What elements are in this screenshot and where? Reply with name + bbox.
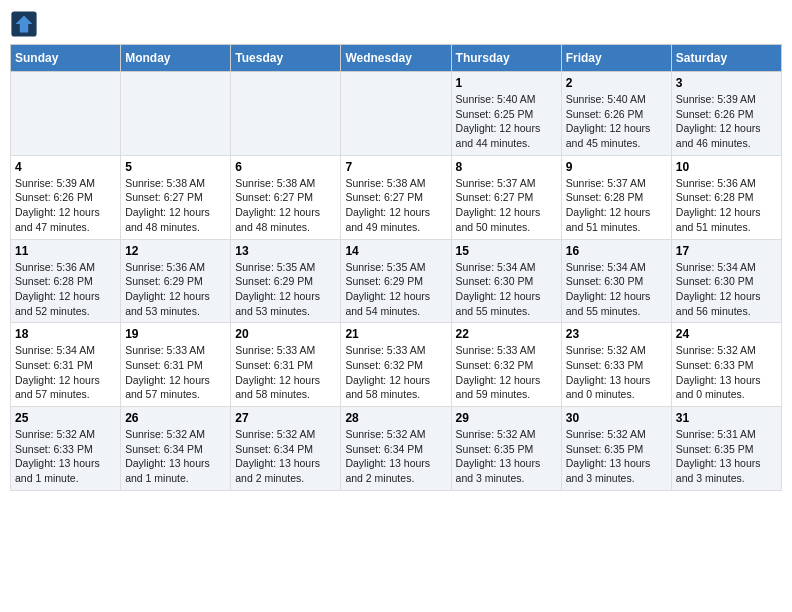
day-content: Sunrise: 5:34 AM Sunset: 6:30 PM Dayligh… [456, 260, 557, 319]
day-content: Sunrise: 5:32 AM Sunset: 6:35 PM Dayligh… [566, 427, 667, 486]
logo-icon [10, 10, 38, 38]
calendar-cell: 14Sunrise: 5:35 AM Sunset: 6:29 PM Dayli… [341, 239, 451, 323]
calendar-cell: 24Sunrise: 5:32 AM Sunset: 6:33 PM Dayli… [671, 323, 781, 407]
calendar-cell [231, 72, 341, 156]
day-content: Sunrise: 5:38 AM Sunset: 6:27 PM Dayligh… [345, 176, 446, 235]
day-content: Sunrise: 5:36 AM Sunset: 6:28 PM Dayligh… [676, 176, 777, 235]
day-number: 15 [456, 244, 557, 258]
calendar-cell [121, 72, 231, 156]
calendar-cell: 2Sunrise: 5:40 AM Sunset: 6:26 PM Daylig… [561, 72, 671, 156]
day-content: Sunrise: 5:38 AM Sunset: 6:27 PM Dayligh… [125, 176, 226, 235]
day-content: Sunrise: 5:37 AM Sunset: 6:28 PM Dayligh… [566, 176, 667, 235]
day-number: 8 [456, 160, 557, 174]
day-content: Sunrise: 5:34 AM Sunset: 6:30 PM Dayligh… [676, 260, 777, 319]
calendar-table: SundayMondayTuesdayWednesdayThursdayFrid… [10, 44, 782, 491]
day-header-thursday: Thursday [451, 45, 561, 72]
day-content: Sunrise: 5:36 AM Sunset: 6:29 PM Dayligh… [125, 260, 226, 319]
day-number: 24 [676, 327, 777, 341]
day-header-tuesday: Tuesday [231, 45, 341, 72]
day-content: Sunrise: 5:33 AM Sunset: 6:32 PM Dayligh… [456, 343, 557, 402]
day-number: 31 [676, 411, 777, 425]
day-number: 5 [125, 160, 226, 174]
day-content: Sunrise: 5:33 AM Sunset: 6:31 PM Dayligh… [125, 343, 226, 402]
day-number: 17 [676, 244, 777, 258]
calendar-cell: 31Sunrise: 5:31 AM Sunset: 6:35 PM Dayli… [671, 407, 781, 491]
logo [10, 10, 42, 38]
day-header-friday: Friday [561, 45, 671, 72]
calendar-cell: 25Sunrise: 5:32 AM Sunset: 6:33 PM Dayli… [11, 407, 121, 491]
calendar-cell [11, 72, 121, 156]
day-content: Sunrise: 5:37 AM Sunset: 6:27 PM Dayligh… [456, 176, 557, 235]
day-number: 10 [676, 160, 777, 174]
week-row-4: 18Sunrise: 5:34 AM Sunset: 6:31 PM Dayli… [11, 323, 782, 407]
calendar-cell: 28Sunrise: 5:32 AM Sunset: 6:34 PM Dayli… [341, 407, 451, 491]
day-number: 2 [566, 76, 667, 90]
day-content: Sunrise: 5:32 AM Sunset: 6:35 PM Dayligh… [456, 427, 557, 486]
day-number: 21 [345, 327, 446, 341]
day-number: 22 [456, 327, 557, 341]
calendar-cell: 29Sunrise: 5:32 AM Sunset: 6:35 PM Dayli… [451, 407, 561, 491]
calendar-cell: 13Sunrise: 5:35 AM Sunset: 6:29 PM Dayli… [231, 239, 341, 323]
day-content: Sunrise: 5:38 AM Sunset: 6:27 PM Dayligh… [235, 176, 336, 235]
calendar-cell: 5Sunrise: 5:38 AM Sunset: 6:27 PM Daylig… [121, 155, 231, 239]
calendar-cell: 21Sunrise: 5:33 AM Sunset: 6:32 PM Dayli… [341, 323, 451, 407]
day-number: 29 [456, 411, 557, 425]
day-number: 19 [125, 327, 226, 341]
day-number: 26 [125, 411, 226, 425]
day-content: Sunrise: 5:39 AM Sunset: 6:26 PM Dayligh… [676, 92, 777, 151]
day-content: Sunrise: 5:36 AM Sunset: 6:28 PM Dayligh… [15, 260, 116, 319]
calendar-cell: 7Sunrise: 5:38 AM Sunset: 6:27 PM Daylig… [341, 155, 451, 239]
calendar-cell: 16Sunrise: 5:34 AM Sunset: 6:30 PM Dayli… [561, 239, 671, 323]
day-number: 20 [235, 327, 336, 341]
calendar-cell: 8Sunrise: 5:37 AM Sunset: 6:27 PM Daylig… [451, 155, 561, 239]
day-content: Sunrise: 5:40 AM Sunset: 6:25 PM Dayligh… [456, 92, 557, 151]
calendar-cell: 12Sunrise: 5:36 AM Sunset: 6:29 PM Dayli… [121, 239, 231, 323]
day-content: Sunrise: 5:32 AM Sunset: 6:34 PM Dayligh… [125, 427, 226, 486]
day-header-monday: Monday [121, 45, 231, 72]
calendar-cell: 6Sunrise: 5:38 AM Sunset: 6:27 PM Daylig… [231, 155, 341, 239]
week-row-1: 1Sunrise: 5:40 AM Sunset: 6:25 PM Daylig… [11, 72, 782, 156]
calendar-cell [341, 72, 451, 156]
day-content: Sunrise: 5:34 AM Sunset: 6:31 PM Dayligh… [15, 343, 116, 402]
calendar-cell: 11Sunrise: 5:36 AM Sunset: 6:28 PM Dayli… [11, 239, 121, 323]
day-content: Sunrise: 5:32 AM Sunset: 6:34 PM Dayligh… [345, 427, 446, 486]
day-number: 9 [566, 160, 667, 174]
day-content: Sunrise: 5:31 AM Sunset: 6:35 PM Dayligh… [676, 427, 777, 486]
day-number: 12 [125, 244, 226, 258]
week-row-2: 4Sunrise: 5:39 AM Sunset: 6:26 PM Daylig… [11, 155, 782, 239]
calendar-cell: 20Sunrise: 5:33 AM Sunset: 6:31 PM Dayli… [231, 323, 341, 407]
day-number: 7 [345, 160, 446, 174]
calendar-cell: 22Sunrise: 5:33 AM Sunset: 6:32 PM Dayli… [451, 323, 561, 407]
day-number: 14 [345, 244, 446, 258]
day-content: Sunrise: 5:35 AM Sunset: 6:29 PM Dayligh… [235, 260, 336, 319]
day-header-saturday: Saturday [671, 45, 781, 72]
day-number: 4 [15, 160, 116, 174]
day-content: Sunrise: 5:39 AM Sunset: 6:26 PM Dayligh… [15, 176, 116, 235]
calendar-cell: 9Sunrise: 5:37 AM Sunset: 6:28 PM Daylig… [561, 155, 671, 239]
day-content: Sunrise: 5:32 AM Sunset: 6:34 PM Dayligh… [235, 427, 336, 486]
calendar-cell: 26Sunrise: 5:32 AM Sunset: 6:34 PM Dayli… [121, 407, 231, 491]
day-number: 27 [235, 411, 336, 425]
day-content: Sunrise: 5:32 AM Sunset: 6:33 PM Dayligh… [15, 427, 116, 486]
calendar-cell: 3Sunrise: 5:39 AM Sunset: 6:26 PM Daylig… [671, 72, 781, 156]
calendar-cell: 19Sunrise: 5:33 AM Sunset: 6:31 PM Dayli… [121, 323, 231, 407]
day-content: Sunrise: 5:40 AM Sunset: 6:26 PM Dayligh… [566, 92, 667, 151]
day-number: 23 [566, 327, 667, 341]
day-content: Sunrise: 5:33 AM Sunset: 6:31 PM Dayligh… [235, 343, 336, 402]
day-content: Sunrise: 5:35 AM Sunset: 6:29 PM Dayligh… [345, 260, 446, 319]
day-header-wednesday: Wednesday [341, 45, 451, 72]
day-content: Sunrise: 5:34 AM Sunset: 6:30 PM Dayligh… [566, 260, 667, 319]
day-header-sunday: Sunday [11, 45, 121, 72]
week-row-3: 11Sunrise: 5:36 AM Sunset: 6:28 PM Dayli… [11, 239, 782, 323]
header-row: SundayMondayTuesdayWednesdayThursdayFrid… [11, 45, 782, 72]
day-number: 11 [15, 244, 116, 258]
calendar-cell: 23Sunrise: 5:32 AM Sunset: 6:33 PM Dayli… [561, 323, 671, 407]
calendar-cell: 15Sunrise: 5:34 AM Sunset: 6:30 PM Dayli… [451, 239, 561, 323]
calendar-cell: 18Sunrise: 5:34 AM Sunset: 6:31 PM Dayli… [11, 323, 121, 407]
calendar-cell: 27Sunrise: 5:32 AM Sunset: 6:34 PM Dayli… [231, 407, 341, 491]
calendar-cell: 30Sunrise: 5:32 AM Sunset: 6:35 PM Dayli… [561, 407, 671, 491]
day-number: 25 [15, 411, 116, 425]
day-number: 13 [235, 244, 336, 258]
calendar-cell: 4Sunrise: 5:39 AM Sunset: 6:26 PM Daylig… [11, 155, 121, 239]
day-number: 28 [345, 411, 446, 425]
